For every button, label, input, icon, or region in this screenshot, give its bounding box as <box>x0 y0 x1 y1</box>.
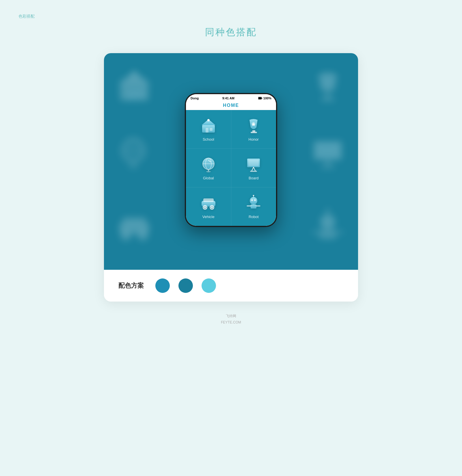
board-icon <box>245 156 262 173</box>
grid-row-2: Global <box>186 149 276 187</box>
svg-point-58 <box>250 197 257 204</box>
phone-inner: Dong 9:41 AM 100% HOME <box>186 94 276 226</box>
svg-rect-17 <box>321 166 335 168</box>
card-bottom: 配色方案 <box>104 270 358 302</box>
svg-rect-5 <box>325 95 331 98</box>
svg-point-20 <box>121 230 131 240</box>
palette-label: 配色方案 <box>118 281 144 290</box>
svg-point-61 <box>252 200 253 201</box>
svg-point-56 <box>204 207 206 208</box>
svg-rect-63 <box>251 204 256 209</box>
svg-line-49 <box>252 167 254 171</box>
global-label: Global <box>203 176 214 180</box>
time: 9:41 AM <box>222 96 234 100</box>
global-icon <box>200 156 217 173</box>
bg-honor-icon <box>309 68 346 106</box>
svg-rect-32 <box>258 97 261 99</box>
bg-school-icon <box>116 68 153 106</box>
page-label: 色彩搭配 <box>18 14 35 19</box>
honor-icon <box>245 117 262 134</box>
color-swatch-3 <box>202 278 216 293</box>
vehicle-icon <box>200 194 217 212</box>
svg-point-2 <box>132 71 137 75</box>
svg-line-50 <box>254 167 255 171</box>
honor-label: Honor <box>249 137 259 142</box>
svg-point-7 <box>324 78 331 85</box>
svg-point-35 <box>207 119 210 121</box>
footer: 飞特网 FEYTE.COM <box>0 302 462 326</box>
bg-global-icon <box>116 134 153 173</box>
svg-rect-48 <box>248 160 259 166</box>
grid-cell-honor[interactable]: Honor <box>231 110 276 148</box>
main-card-container: Dong 9:41 AM 100% HOME <box>0 53 462 302</box>
svg-point-67 <box>253 195 254 196</box>
svg-rect-4 <box>137 91 144 98</box>
svg-rect-51 <box>250 171 257 172</box>
grid-row-1: School <box>186 110 276 149</box>
svg-point-45 <box>206 171 211 172</box>
svg-rect-25 <box>319 230 336 239</box>
robot-label: Robot <box>249 215 259 219</box>
svg-rect-14 <box>316 144 339 158</box>
color-swatch-2 <box>178 278 193 293</box>
svg-point-62 <box>255 200 256 201</box>
carrier: Dong <box>191 96 199 100</box>
svg-point-29 <box>326 209 330 213</box>
grid-cell-school[interactable]: School <box>186 110 231 148</box>
bg-robot-icon <box>309 208 346 247</box>
svg-point-24 <box>329 219 333 222</box>
school-label: School <box>203 137 214 142</box>
phone-nav: HOME <box>186 101 276 110</box>
svg-rect-19 <box>122 217 146 224</box>
svg-point-12 <box>128 165 139 169</box>
bg-vehicle-icon <box>116 208 153 247</box>
svg-point-57 <box>211 207 213 208</box>
svg-rect-53 <box>203 198 214 202</box>
app-grid: School <box>186 110 276 226</box>
vehicle-label: Vehicle <box>202 215 215 219</box>
school-icon <box>200 117 217 134</box>
status-bar: Dong 9:41 AM 100% <box>186 94 276 101</box>
card-top: Dong 9:41 AM 100% HOME <box>104 53 358 270</box>
main-card: Dong 9:41 AM 100% HOME <box>104 53 358 302</box>
robot-icon <box>245 194 262 212</box>
svg-rect-37 <box>210 128 213 131</box>
page-title: 同种色搭配 <box>0 0 462 39</box>
board-label: Board <box>249 176 259 180</box>
svg-rect-39 <box>251 132 257 133</box>
footer-line2: FEYTE.COM <box>0 319 462 326</box>
grid-cell-vehicle[interactable]: Vehicle <box>186 187 231 226</box>
svg-rect-31 <box>262 98 262 99</box>
grid-row-3: Vehicle <box>186 187 276 226</box>
footer-line1: 飞特网 <box>0 313 462 319</box>
grid-cell-board[interactable]: Board <box>231 149 276 187</box>
bg-board-icon <box>309 134 346 173</box>
svg-rect-3 <box>129 91 135 101</box>
nav-title: HOME <box>188 103 274 108</box>
phone-mockup: Dong 9:41 AM 100% HOME <box>185 93 277 227</box>
svg-point-21 <box>138 230 148 240</box>
svg-rect-6 <box>321 98 335 101</box>
svg-rect-36 <box>206 128 208 133</box>
grid-cell-global[interactable]: Global <box>186 149 231 187</box>
grid-cell-robot[interactable]: Robot <box>231 187 276 226</box>
color-swatch-1 <box>155 278 170 293</box>
svg-line-16 <box>328 160 330 166</box>
battery: 100% <box>258 96 271 100</box>
svg-point-23 <box>323 219 326 222</box>
svg-point-22 <box>320 215 335 230</box>
